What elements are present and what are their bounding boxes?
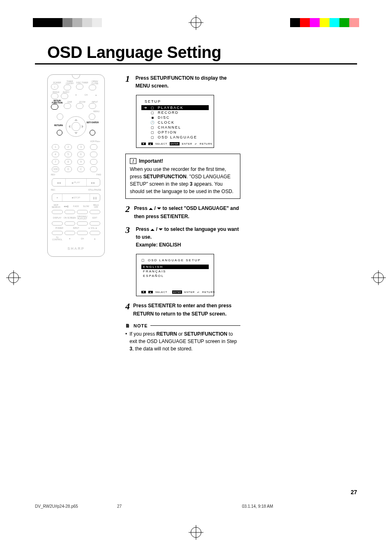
arrow-up-icon [150,227,154,231]
page-title: OSD Language Setting [47,43,357,62]
step-3: 3 Press / to select the language you wan… [125,226,240,249]
note-icon: 🗎 [125,323,131,329]
page-number: 27 [350,489,357,495]
registration-mark-icon [191,17,201,28]
step-4: 4 Press SET/ENTER to enter and then pres… [125,302,240,318]
print-footer: DV_RW2U#p24-28.p65 27 03.1.14, 9:18 AM [35,504,357,509]
step-1: 1 Press SETUP/FUNCTION to display the ME… [125,74,240,90]
step-2: 2 Press / to select "OSD LANGUAGE" and t… [125,205,240,220]
osd-setup-screen: SETUP ➔▢PLAYBACK ▢RECORD ◉DISC 🕐CLOCK ▢C… [136,95,214,148]
reg-marks-bottom [0,524,392,541]
title-rule [35,63,357,64]
arrow-down-icon [159,228,163,233]
registration-mark-icon [191,527,201,538]
arrow-down-icon [157,207,161,212]
osd-language-screen: ▢OSD LANGUAGE SETUP ENGLISH FRANÇAIS ESP… [136,254,214,296]
remote-brand: SHARP [51,246,101,251]
color-bar-right [290,18,359,27]
arrow-up-icon [149,206,153,210]
remote-illustration: POWER TIMER ON/OFF DISC TIMER OPEN/ CLOS… [47,74,105,257]
note-heading: 🗎 NOTE [125,323,240,329]
color-bar-left [33,18,102,27]
side-registration-left-icon [8,272,19,283]
reg-marks-top [0,14,392,31]
note-body: • If you press RETURN or SETUP/FUNCTION … [125,330,240,352]
important-note: ! Important! When you use the recorder f… [125,154,240,199]
side-registration-right-icon [373,272,384,283]
important-icon: ! [130,158,136,164]
